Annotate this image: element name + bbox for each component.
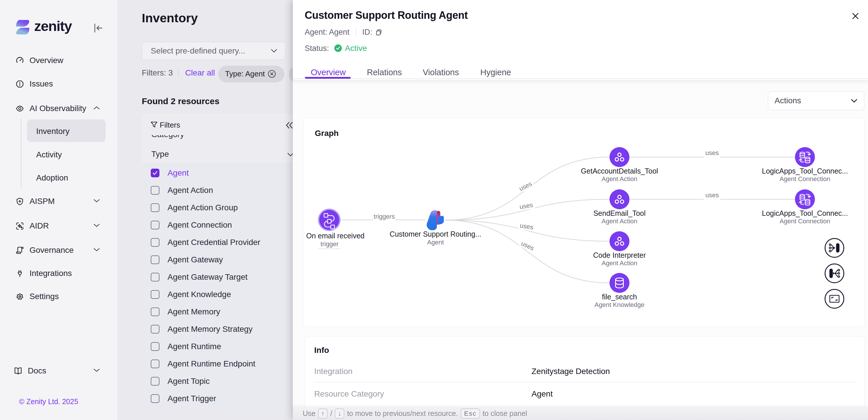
svg-text:Customer Support Routing...: Customer Support Routing... — [390, 230, 482, 238]
svg-text:LogicApps_Tool_Connec...: LogicApps_Tool_Connec... — [762, 209, 848, 217]
svg-text:Agent: Agent — [427, 239, 444, 246]
svg-text:uses: uses — [705, 192, 719, 199]
svg-text:Agent Knowledge: Agent Knowledge — [595, 301, 644, 308]
svg-text:GetAccountDetails_Tool: GetAccountDetails_Tool — [581, 167, 658, 175]
svg-text:triggers: triggers — [374, 213, 395, 220]
svg-text:uses: uses — [705, 149, 719, 157]
svg-text:Code Interpreter: Code Interpreter — [593, 251, 646, 259]
svg-text:Agent Connection: Agent Connection — [780, 218, 830, 225]
svg-text:file_search: file_search — [602, 293, 637, 301]
svg-text:LogicApps_Tool_Connec...: LogicApps_Tool_Connec... — [762, 167, 848, 175]
svg-text:trigger: trigger — [320, 240, 339, 248]
svg-text:Agent Connection: Agent Connection — [780, 175, 830, 183]
svg-text:Agent Action: Agent Action — [601, 218, 638, 225]
svg-text:Agent Action: Agent Action — [601, 175, 638, 183]
svg-text:Agent Action: Agent Action — [601, 259, 638, 267]
svg-text:SendEmail_Tool: SendEmail_Tool — [593, 209, 646, 217]
svg-text:On email received: On email received — [306, 232, 364, 240]
